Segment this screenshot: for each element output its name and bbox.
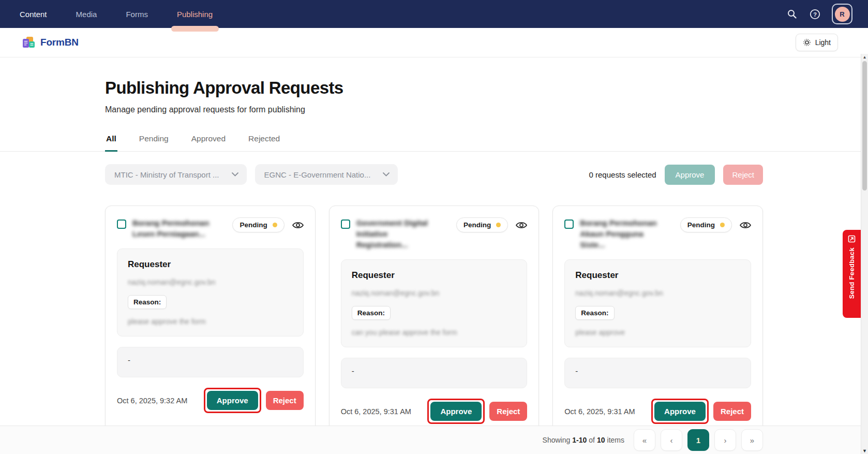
card-footer: Oct 6, 2025, 9:31 AM Approve Reject bbox=[564, 399, 751, 424]
ministry-filter-dropdown[interactable]: MTIC - Ministry of Transport ... bbox=[105, 164, 247, 185]
reject-button[interactable]: Reject bbox=[489, 402, 527, 421]
eye-icon[interactable] bbox=[740, 221, 751, 229]
reason-text: can you please approve the form bbox=[352, 328, 517, 336]
filter-row: MTIC - Ministry of Transport ... EGNC - … bbox=[105, 164, 763, 185]
select-request-checkbox[interactable] bbox=[341, 219, 350, 229]
reason-label: Reason: bbox=[575, 306, 614, 320]
comment-box: - bbox=[117, 347, 304, 377]
page-subtitle: Manage pending approval requests for for… bbox=[105, 105, 763, 114]
scroll-down-arrow-icon[interactable]: ▼ bbox=[861, 448, 868, 453]
status-badge-label: Pending bbox=[240, 221, 267, 229]
next-page-button[interactable]: › bbox=[714, 429, 736, 451]
reason-label: Reason: bbox=[352, 306, 391, 320]
request-date: Oct 6, 2025, 9:31 AM bbox=[341, 407, 411, 416]
request-date: Oct 6, 2025, 9:31 AM bbox=[564, 407, 635, 416]
status-badge-label: Pending bbox=[463, 221, 491, 229]
nav-item-forms[interactable]: Forms bbox=[124, 0, 150, 28]
sun-icon bbox=[803, 38, 811, 47]
approve-highlight-outline: Approve bbox=[427, 399, 485, 424]
status-badge: Pending bbox=[456, 217, 508, 232]
ministry-filter-value: MTIC - Ministry of Transport ... bbox=[114, 170, 219, 179]
request-card: Borang Permohonan Lesen Perniagaan... Pe… bbox=[105, 206, 316, 436]
showing-summary: Showing 1-10 of 10 items bbox=[543, 436, 624, 444]
status-badge-label: Pending bbox=[687, 221, 715, 229]
tab-rejected[interactable]: Rejected bbox=[247, 129, 281, 152]
user-menu-button[interactable]: R bbox=[832, 4, 852, 24]
first-page-button[interactable]: « bbox=[634, 429, 655, 451]
reject-button[interactable]: Reject bbox=[713, 402, 751, 421]
bulk-reject-button[interactable]: Reject bbox=[723, 165, 763, 185]
requester-email: naziq.noman@egnc.gov.bn bbox=[352, 289, 517, 297]
primary-nav: Content Media Forms Publishing bbox=[18, 0, 215, 28]
topnav-right-cluster: ? R bbox=[786, 4, 852, 24]
theme-toggle-label: Light bbox=[815, 38, 831, 47]
pending-dot-icon bbox=[496, 223, 501, 227]
brand-name: FormBN bbox=[40, 37, 79, 48]
pager: « ‹ 1 › » bbox=[634, 429, 763, 451]
help-icon[interactable]: ? bbox=[809, 8, 820, 20]
reject-button[interactable]: Reject bbox=[266, 391, 304, 410]
approve-highlight-outline: Approve bbox=[651, 399, 709, 424]
comment-box: - bbox=[341, 358, 528, 388]
card-header: Borang Permohonan Lesen Perniagaan... Pe… bbox=[117, 217, 304, 239]
approve-highlight-outline: Approve bbox=[204, 388, 261, 413]
requester-heading: Requester bbox=[352, 270, 517, 281]
scrollbar-thumb[interactable] bbox=[862, 61, 867, 191]
requester-panel: Requester naziq.noman@egnc.gov.bn Reason… bbox=[564, 259, 751, 347]
theme-toggle-button[interactable]: Light bbox=[796, 34, 838, 51]
requester-email: naziq.noman@egnc.gov.bn bbox=[128, 278, 293, 286]
select-request-checkbox[interactable] bbox=[564, 219, 574, 229]
scroll-up-arrow-icon[interactable]: ▲ bbox=[861, 55, 868, 60]
chevron-down-icon bbox=[232, 172, 238, 177]
status-tabs: All Pending Approved Rejected bbox=[105, 129, 763, 151]
approve-button[interactable]: Approve bbox=[207, 391, 258, 410]
nav-item-publishing[interactable]: Publishing bbox=[175, 0, 215, 28]
active-nav-indicator bbox=[171, 26, 219, 32]
agency-filter-dropdown[interactable]: EGNC - E-Government Natio... bbox=[255, 164, 398, 185]
prev-page-button[interactable]: ‹ bbox=[661, 429, 682, 451]
pending-dot-icon bbox=[720, 223, 725, 227]
reason-text: please approve bbox=[575, 328, 740, 336]
reason-text: please approve the form bbox=[128, 317, 293, 326]
request-date: Oct 6, 2025, 9:32 AM bbox=[117, 397, 187, 405]
tab-all[interactable]: All bbox=[105, 129, 117, 152]
status-badge: Pending bbox=[232, 217, 284, 232]
agency-filter-value: EGNC - E-Government Natio... bbox=[264, 170, 371, 179]
nav-item-content[interactable]: Content bbox=[18, 0, 49, 28]
eye-icon[interactable] bbox=[292, 221, 304, 229]
vertical-scrollbar[interactable]: ▲ ▼ bbox=[861, 54, 868, 454]
status-badge: Pending bbox=[680, 217, 732, 232]
chevron-down-icon bbox=[383, 172, 390, 177]
page-title: Publishing Approval Requests bbox=[105, 57, 763, 98]
nav-item-publishing-label: Publishing bbox=[177, 10, 213, 19]
request-card: Government Digital Initiative Registrati… bbox=[329, 206, 540, 436]
card-header: Borang Permohonan Akaun Pengguna Siste..… bbox=[564, 217, 751, 250]
tab-pending[interactable]: Pending bbox=[138, 129, 170, 152]
nav-item-media[interactable]: Media bbox=[74, 0, 99, 28]
tabs-strip: All Pending Approved Rejected bbox=[0, 129, 868, 152]
eye-icon[interactable] bbox=[516, 221, 527, 229]
bulk-actions: 0 requests selected Approve Reject bbox=[589, 165, 763, 185]
showing-range: 1-10 bbox=[572, 436, 587, 444]
avatar: R bbox=[835, 7, 850, 22]
approve-button[interactable]: Approve bbox=[654, 402, 706, 421]
page-1-button[interactable]: 1 bbox=[687, 429, 709, 451]
feedback-window-icon bbox=[848, 235, 856, 243]
requester-panel: Requester naziq.noman@egnc.gov.bn Reason… bbox=[341, 259, 528, 347]
showing-total: 10 bbox=[597, 436, 605, 444]
form-title: Borang Permohonan Akaun Pengguna Siste..… bbox=[580, 217, 659, 250]
requester-heading: Requester bbox=[575, 270, 740, 281]
showing-suffix: items bbox=[607, 436, 624, 444]
send-feedback-tab[interactable]: Send Feedback bbox=[843, 230, 861, 318]
bulk-approve-button[interactable]: Approve bbox=[665, 165, 715, 185]
last-page-button[interactable]: » bbox=[741, 429, 763, 451]
brand-logo[interactable]: FormBN bbox=[22, 36, 79, 50]
search-icon[interactable] bbox=[786, 8, 798, 20]
app-bar: FormBN Light bbox=[0, 28, 868, 57]
approve-button[interactable]: Approve bbox=[430, 402, 482, 421]
requester-panel: Requester naziq.noman@egnc.gov.bn Reason… bbox=[117, 248, 304, 336]
card-footer: Oct 6, 2025, 9:31 AM Approve Reject bbox=[341, 399, 528, 424]
svg-text:?: ? bbox=[813, 11, 817, 17]
tab-approved[interactable]: Approved bbox=[190, 129, 227, 152]
select-request-checkbox[interactable] bbox=[117, 219, 126, 229]
